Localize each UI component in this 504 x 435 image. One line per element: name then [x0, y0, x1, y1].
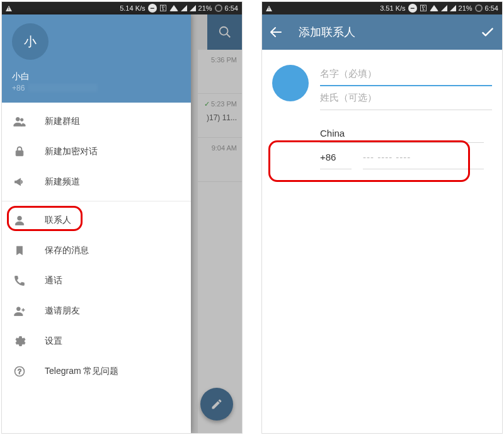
drawer-list: 新建群组 新建加密对话 新建频道 联系人 保存的消息 通话 — [2, 103, 191, 387]
network-speed: 3.51 K/s — [380, 4, 405, 12]
drawer-item-new-group[interactable]: 新建群组 — [2, 106, 191, 137]
toolbar: 添加联系人 — [262, 14, 502, 50]
user-name: 小白 — [12, 71, 181, 82]
country-value: China — [320, 128, 345, 138]
last-name-placeholder: 姓氏（可选） — [320, 92, 377, 104]
warning-icon — [6, 6, 12, 11]
svg-point-6 — [16, 307, 20, 311]
divider — [2, 201, 191, 201]
drawer-item-label: 新建频道 — [45, 176, 80, 188]
svg-point-5 — [18, 216, 22, 220]
drawer-item-label: Telegram 常见问题 — [45, 366, 118, 377]
country-selector[interactable]: China — [320, 128, 484, 143]
drawer-item-invite-friends[interactable]: 邀请朋友 — [2, 296, 191, 326]
drawer-item-label: 通话 — [45, 275, 62, 286]
last-name-field[interactable]: 姓氏（可选） — [320, 86, 492, 110]
drawer-item-label: 新建加密对话 — [45, 146, 98, 157]
vpn-key-icon: ⚿ — [420, 4, 427, 13]
phone-placeholder: --- ---- ---- — [363, 152, 411, 162]
battery-ring-icon — [475, 4, 483, 12]
back-arrow-icon[interactable] — [268, 25, 284, 40]
group-icon — [12, 114, 27, 129]
first-name-placeholder: 名字（必填） — [320, 68, 377, 80]
drawer-item-faq[interactable]: ? Telegram 常见问题 — [2, 356, 191, 387]
user-avatar[interactable]: 小 — [12, 23, 49, 60]
drawer-item-settings[interactable]: 设置 — [2, 326, 191, 356]
country-code-field[interactable]: +86 — [320, 152, 352, 169]
drawer-item-label: 邀请朋友 — [45, 305, 80, 317]
vpn-key-icon: ⚿ — [159, 4, 167, 13]
warning-icon — [266, 6, 272, 11]
country-code-value: +86 — [320, 152, 336, 162]
megaphone-icon — [12, 174, 27, 189]
status-bar: 5.14 K/s − ⚿ 21% 6:54 — [2, 2, 242, 14]
drawer-item-label: 保存的消息 — [45, 245, 89, 256]
battery-percent: 21% — [198, 4, 212, 12]
phone-number-field[interactable]: --- ---- ---- — [363, 152, 484, 169]
svg-rect-4 — [16, 150, 23, 155]
user-phone: +86 — [12, 84, 181, 93]
battery-percent: 21% — [459, 4, 472, 12]
help-icon: ? — [12, 364, 27, 379]
signal-icon-2 — [450, 5, 456, 11]
dnd-icon: − — [148, 4, 157, 13]
status-bar: 3.51 K/s − ⚿ 21% 6:54 — [262, 2, 502, 14]
svg-point-2 — [16, 117, 20, 121]
first-name-field[interactable]: 名字（必填） — [320, 62, 492, 86]
lock-icon — [12, 144, 27, 159]
svg-point-3 — [20, 118, 23, 121]
signal-icon-2 — [190, 5, 196, 11]
drawer-item-new-secret-chat[interactable]: 新建加密对话 — [2, 137, 191, 167]
contact-avatar-placeholder — [272, 65, 309, 101]
signal-icon — [181, 5, 187, 11]
avatar-initial: 小 — [24, 33, 37, 50]
drawer-item-label: 设置 — [45, 336, 62, 347]
drawer-item-calls[interactable]: 通话 — [2, 266, 191, 296]
screen-add-contact: 3.51 K/s − ⚿ 21% 6:54 添加联系人 名字（必填） 姓氏（可选… — [261, 1, 503, 434]
wifi-icon — [169, 5, 178, 11]
phone-icon — [12, 273, 27, 288]
add-contact-form: 名字（必填） 姓氏（可选） China +86 --- ---- ---- — [262, 50, 502, 182]
dnd-icon: − — [408, 4, 417, 13]
clock: 6:54 — [485, 4, 498, 12]
contact-icon — [12, 213, 27, 228]
drawer-item-new-channel[interactable]: 新建频道 — [2, 167, 191, 197]
wifi-icon — [430, 5, 438, 11]
check-icon[interactable] — [479, 24, 496, 40]
drawer-header[interactable]: 小 小白 +86 — [2, 14, 191, 103]
clock: 6:54 — [225, 4, 238, 12]
signal-icon — [441, 5, 447, 11]
screen-drawer: 5.14 K/s − ⚿ 21% 6:54 5:36 PM ✓5:23 PM)1… — [1, 1, 243, 434]
gear-icon — [12, 334, 27, 349]
battery-ring-icon — [215, 4, 222, 12]
drawer-item-contacts[interactable]: 联系人 — [2, 205, 191, 235]
network-speed: 5.14 K/s — [120, 4, 145, 12]
drawer-item-label: 新建群组 — [45, 116, 80, 127]
svg-text:?: ? — [18, 368, 22, 375]
toolbar-title: 添加联系人 — [299, 25, 479, 40]
navigation-drawer: 小 小白 +86 新建群组 新建加密对话 新建频道 联系人 — [2, 14, 191, 433]
add-user-icon — [12, 303, 27, 319]
bookmark-icon — [12, 243, 27, 258]
drawer-item-saved-messages[interactable]: 保存的消息 — [2, 235, 191, 266]
drawer-item-label: 联系人 — [45, 215, 71, 226]
